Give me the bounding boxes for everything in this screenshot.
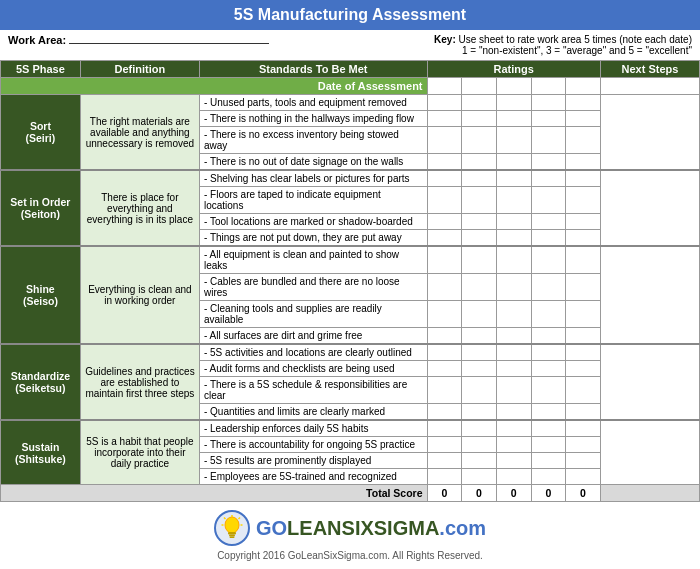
rating-input-0-2-0[interactable] xyxy=(427,127,462,154)
rating-input-4-1-1[interactable] xyxy=(462,437,497,453)
rating-input-2-3-4[interactable] xyxy=(566,328,601,345)
rating-input-4-3-4[interactable] xyxy=(566,469,601,485)
rating-input-2-0-4[interactable] xyxy=(566,246,601,274)
rating-input-0-2-4[interactable] xyxy=(566,127,601,154)
rating-input-0-0-1[interactable] xyxy=(462,95,497,111)
rating-input-3-0-3[interactable] xyxy=(531,344,566,361)
rating-input-3-0-2[interactable] xyxy=(496,344,531,361)
rating-input-4-0-0[interactable] xyxy=(427,420,462,437)
rating-input-4-0-1[interactable] xyxy=(462,420,497,437)
rating-input-0-3-2[interactable] xyxy=(496,154,531,171)
rating-input-0-3-3[interactable] xyxy=(531,154,566,171)
rating-input-4-3-3[interactable] xyxy=(531,469,566,485)
rating-input-0-1-4[interactable] xyxy=(566,111,601,127)
rating-input-4-1-4[interactable] xyxy=(566,437,601,453)
rating-input-1-0-4[interactable] xyxy=(566,170,601,187)
date-col-1[interactable] xyxy=(427,78,462,95)
rating-input-0-1-3[interactable] xyxy=(531,111,566,127)
rating-input-4-2-4[interactable] xyxy=(566,453,601,469)
rating-input-0-2-1[interactable] xyxy=(462,127,497,154)
rating-input-0-0-4[interactable] xyxy=(566,95,601,111)
rating-input-2-2-3[interactable] xyxy=(531,301,566,328)
rating-input-2-3-1[interactable] xyxy=(462,328,497,345)
rating-input-2-0-2[interactable] xyxy=(496,246,531,274)
rating-input-1-1-2[interactable] xyxy=(496,187,531,214)
rating-input-3-1-3[interactable] xyxy=(531,361,566,377)
rating-input-2-1-4[interactable] xyxy=(566,274,601,301)
rating-input-4-1-2[interactable] xyxy=(496,437,531,453)
rating-input-2-2-0[interactable] xyxy=(427,301,462,328)
rating-input-3-3-4[interactable] xyxy=(566,404,601,421)
rating-input-1-0-3[interactable] xyxy=(531,170,566,187)
rating-input-3-2-3[interactable] xyxy=(531,377,566,404)
next-steps-cell-0[interactable] xyxy=(600,95,699,171)
rating-input-3-0-4[interactable] xyxy=(566,344,601,361)
next-steps-cell-3[interactable] xyxy=(600,344,699,420)
date-col-2[interactable] xyxy=(462,78,497,95)
rating-input-1-0-2[interactable] xyxy=(496,170,531,187)
rating-input-2-1-3[interactable] xyxy=(531,274,566,301)
rating-input-2-3-0[interactable] xyxy=(427,328,462,345)
rating-input-4-0-2[interactable] xyxy=(496,420,531,437)
rating-input-3-2-0[interactable] xyxy=(427,377,462,404)
rating-input-3-3-3[interactable] xyxy=(531,404,566,421)
rating-input-1-3-4[interactable] xyxy=(566,230,601,247)
rating-input-4-0-3[interactable] xyxy=(531,420,566,437)
rating-input-1-2-1[interactable] xyxy=(462,214,497,230)
rating-input-4-1-0[interactable] xyxy=(427,437,462,453)
rating-input-0-3-4[interactable] xyxy=(566,154,601,171)
rating-input-1-1-0[interactable] xyxy=(427,187,462,214)
rating-input-2-0-0[interactable] xyxy=(427,246,462,274)
rating-input-3-1-2[interactable] xyxy=(496,361,531,377)
rating-input-0-1-2[interactable] xyxy=(496,111,531,127)
rating-input-1-3-2[interactable] xyxy=(496,230,531,247)
rating-input-2-0-3[interactable] xyxy=(531,246,566,274)
rating-input-4-3-2[interactable] xyxy=(496,469,531,485)
rating-input-0-0-3[interactable] xyxy=(531,95,566,111)
rating-input-2-0-1[interactable] xyxy=(462,246,497,274)
rating-input-2-2-2[interactable] xyxy=(496,301,531,328)
rating-input-1-2-0[interactable] xyxy=(427,214,462,230)
date-col-4[interactable] xyxy=(531,78,566,95)
rating-input-2-1-0[interactable] xyxy=(427,274,462,301)
rating-input-1-0-1[interactable] xyxy=(462,170,497,187)
rating-input-4-2-1[interactable] xyxy=(462,453,497,469)
rating-input-1-2-3[interactable] xyxy=(531,214,566,230)
next-steps-cell-4[interactable] xyxy=(600,420,699,485)
rating-input-1-3-0[interactable] xyxy=(427,230,462,247)
rating-input-3-2-4[interactable] xyxy=(566,377,601,404)
rating-input-3-1-4[interactable] xyxy=(566,361,601,377)
rating-input-3-1-1[interactable] xyxy=(462,361,497,377)
rating-input-3-3-2[interactable] xyxy=(496,404,531,421)
rating-input-0-2-3[interactable] xyxy=(531,127,566,154)
date-col-3[interactable] xyxy=(496,78,531,95)
rating-input-0-2-2[interactable] xyxy=(496,127,531,154)
rating-input-3-2-2[interactable] xyxy=(496,377,531,404)
rating-input-4-3-1[interactable] xyxy=(462,469,497,485)
rating-input-0-0-0[interactable] xyxy=(427,95,462,111)
rating-input-3-1-0[interactable] xyxy=(427,361,462,377)
next-steps-cell-1[interactable] xyxy=(600,170,699,246)
rating-input-0-0-2[interactable] xyxy=(496,95,531,111)
rating-input-3-3-1[interactable] xyxy=(462,404,497,421)
rating-input-4-2-3[interactable] xyxy=(531,453,566,469)
rating-input-2-3-3[interactable] xyxy=(531,328,566,345)
rating-input-0-1-1[interactable] xyxy=(462,111,497,127)
rating-input-1-1-3[interactable] xyxy=(531,187,566,214)
date-col-5[interactable] xyxy=(566,78,601,95)
rating-input-2-1-1[interactable] xyxy=(462,274,497,301)
rating-input-2-3-2[interactable] xyxy=(496,328,531,345)
rating-input-4-1-3[interactable] xyxy=(531,437,566,453)
rating-input-3-3-0[interactable] xyxy=(427,404,462,421)
rating-input-1-2-2[interactable] xyxy=(496,214,531,230)
rating-input-1-1-4[interactable] xyxy=(566,187,601,214)
next-steps-cell-2[interactable] xyxy=(600,246,699,344)
rating-input-4-3-0[interactable] xyxy=(427,469,462,485)
rating-input-2-1-2[interactable] xyxy=(496,274,531,301)
work-area-value[interactable] xyxy=(69,43,269,44)
rating-input-3-0-1[interactable] xyxy=(462,344,497,361)
rating-input-2-2-4[interactable] xyxy=(566,301,601,328)
rating-input-1-2-4[interactable] xyxy=(566,214,601,230)
rating-input-3-2-1[interactable] xyxy=(462,377,497,404)
rating-input-1-3-1[interactable] xyxy=(462,230,497,247)
